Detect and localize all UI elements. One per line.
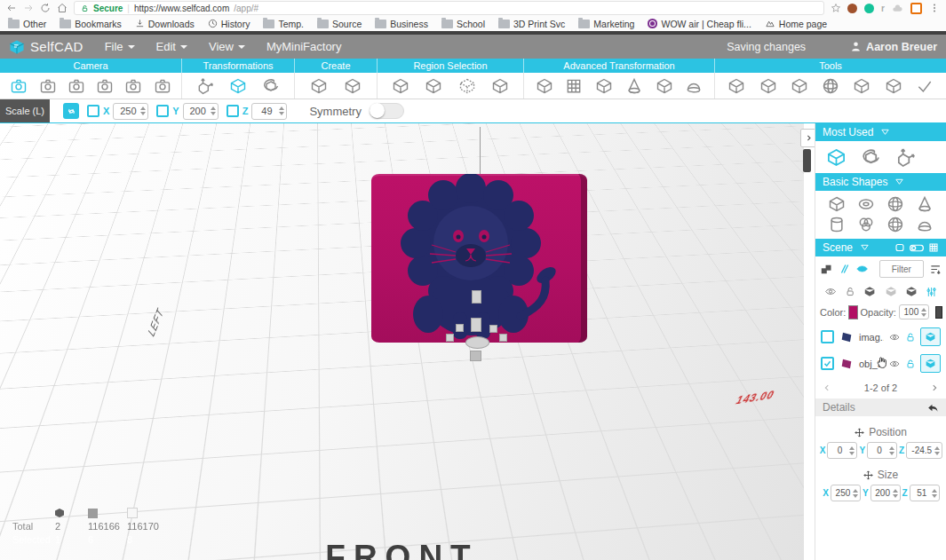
cylinder-shape-icon[interactable] — [828, 216, 846, 233]
user-menu[interactable]: Aaron Breuer — [850, 41, 937, 53]
y-scale-input[interactable] — [187, 106, 210, 116]
camera-frame-icon[interactable] — [153, 76, 172, 96]
material-button[interactable] — [935, 306, 942, 319]
bookmark-history[interactable]: History — [208, 19, 250, 29]
extension-orange-icon[interactable] — [910, 3, 922, 14]
camera-orbit-icon[interactable] — [9, 76, 28, 96]
torus-knot-shape-icon[interactable] — [857, 216, 875, 233]
hide-helpers-icon[interactable] — [838, 263, 849, 275]
filter-input[interactable] — [880, 261, 923, 277]
spinner-icon[interactable] — [853, 489, 858, 498]
opacity-stepper[interactable] — [899, 304, 929, 319]
subtract-icon[interactable] — [759, 76, 778, 96]
back-arrow-icon[interactable] — [926, 402, 939, 414]
scale-tool-icon[interactable] — [826, 147, 847, 168]
y-axis-checkbox[interactable] — [156, 105, 169, 117]
spinner-icon[interactable] — [921, 308, 926, 317]
spinner-icon[interactable] — [279, 106, 284, 115]
item-checkbox[interactable] — [821, 330, 834, 343]
eye-icon[interactable] — [888, 332, 901, 343]
group-objects-icon[interactable] — [820, 263, 832, 276]
gizmo-handle[interactable] — [456, 324, 464, 332]
union-icon[interactable] — [727, 76, 746, 96]
gizmo-handle[interactable] — [489, 325, 497, 333]
gizmo-handle-ellipse[interactable] — [465, 336, 489, 349]
reload-icon[interactable] — [40, 3, 51, 13]
size-y-stepper[interactable] — [870, 485, 901, 501]
rounded-square-icon[interactable] — [894, 242, 905, 253]
spinner-icon[interactable] — [849, 446, 855, 455]
position-y-input[interactable] — [870, 446, 888, 455]
menu-file[interactable]: File — [105, 40, 135, 53]
z-scale-input[interactable] — [255, 106, 278, 116]
opacity-input[interactable] — [902, 307, 920, 317]
browser-menu-icon[interactable] — [929, 3, 940, 13]
camera-zoom-icon[interactable] — [38, 76, 58, 96]
page-prev-icon[interactable] — [823, 383, 831, 392]
scene-filter-field[interactable] — [879, 260, 924, 278]
select-face-icon[interactable] — [391, 76, 410, 96]
lock-icon[interactable] — [905, 359, 916, 369]
most-used-header[interactable]: Most Used — [815, 123, 946, 141]
forward-icon[interactable] — [23, 3, 34, 13]
x-axis-checkbox[interactable] — [87, 105, 99, 117]
scene-item-image[interactable]: imag... — [815, 323, 946, 350]
z-axis-checkbox[interactable] — [227, 105, 239, 117]
size-z-stepper[interactable] — [910, 485, 940, 501]
extension-r-icon[interactable]: r — [881, 4, 885, 13]
bend-icon[interactable] — [594, 76, 614, 96]
sort-filter-icon[interactable] — [929, 263, 942, 276]
color-swatch[interactable] — [848, 305, 857, 319]
move-tool-icon[interactable] — [195, 76, 215, 96]
gizmo-handle[interactable] — [499, 334, 507, 342]
rotate-tool-icon[interactable] — [261, 76, 281, 96]
create-sketch-icon[interactable] — [343, 76, 362, 96]
extension-cloud-icon[interactable] — [892, 3, 903, 14]
bookmark-temp[interactable]: Temp. — [263, 19, 304, 29]
eye-icon[interactable] — [888, 359, 901, 369]
camera-rotate-icon[interactable] — [95, 76, 115, 96]
position-x-input[interactable] — [831, 446, 848, 455]
x-scale-stepper[interactable] — [113, 103, 148, 120]
bookmark-home-page[interactable]: Home page — [765, 19, 827, 29]
size-x-input[interactable] — [834, 488, 852, 498]
bookmark-business[interactable]: Business — [375, 19, 428, 29]
bookmark-source[interactable]: Source — [317, 19, 362, 29]
spinner-icon[interactable] — [932, 489, 937, 498]
uniform-scale-icon[interactable] — [63, 103, 79, 119]
bookmark-star-icon[interactable] — [831, 3, 841, 13]
select-loop-icon[interactable] — [424, 76, 443, 96]
intersect-icon[interactable] — [790, 76, 809, 96]
gizmo-handle[interactable] — [471, 318, 481, 332]
isolate-cube-button[interactable] — [920, 327, 941, 346]
isolate-cube-button[interactable] — [920, 354, 941, 373]
size-x-stepper[interactable] — [831, 485, 861, 501]
bookmark-3d-print-svc[interactable]: 3D Print Svc — [498, 19, 565, 29]
gizmo-handle[interactable] — [446, 334, 454, 342]
bookmark-school[interactable]: School — [441, 19, 485, 29]
taper-icon[interactable] — [624, 76, 644, 96]
properties-sliders-icon[interactable] — [926, 286, 937, 298]
size-z-input[interactable] — [913, 488, 931, 498]
menu-myminifactory[interactable]: MyMiniFactory — [266, 40, 342, 53]
round-icon[interactable] — [684, 76, 704, 96]
toggle-icon[interactable] — [910, 244, 924, 252]
item-checkbox-checked[interactable] — [821, 357, 834, 370]
validate-icon[interactable] — [915, 76, 934, 96]
spinner-icon[interactable] — [889, 446, 894, 455]
basic-shapes-header[interactable]: Basic Shapes — [815, 173, 946, 191]
move-tool-icon[interactable] — [895, 147, 916, 168]
eye-icon[interactable] — [824, 286, 837, 297]
merge-cube-icon[interactable] — [905, 285, 918, 298]
dome-shape-icon[interactable] — [916, 216, 934, 233]
camera-settings-icon[interactable] — [123, 76, 143, 96]
bookmark-marketing[interactable]: Marketing — [578, 19, 634, 29]
gizmo-handle[interactable] — [470, 351, 481, 361]
solid-cube-icon[interactable] — [863, 285, 876, 298]
size-y-input[interactable] — [874, 488, 892, 498]
create-shape-icon[interactable] — [309, 76, 329, 96]
combine-icon[interactable] — [821, 76, 840, 96]
panel-scrollbar-thumb[interactable] — [803, 149, 811, 172]
item-name[interactable]: imag... — [859, 332, 884, 343]
position-z-input[interactable] — [910, 446, 934, 455]
